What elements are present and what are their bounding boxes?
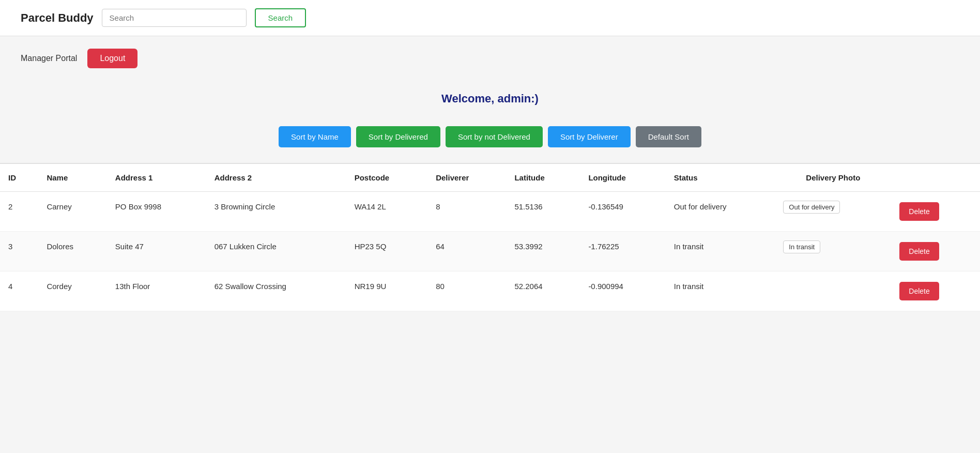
portal-label: Manager Portal [21,54,77,63]
cell-id: 3 [0,232,38,271]
cell-postcode: WA14 2L [346,192,427,232]
welcome-text: Welcome, admin:) [21,92,959,105]
search-button[interactable]: Search [255,8,307,27]
cell-delivery-photo: Out for delivery [775,192,891,232]
cell-deliverer: 64 [427,232,506,271]
col-postcode: Postcode [346,164,427,192]
cell-delete: Delete [891,271,980,311]
cell-delivery-photo: In transit [775,232,891,271]
cell-latitude: 53.3992 [506,232,580,271]
cell-name: Dolores [38,232,106,271]
delete-button[interactable]: Delete [899,202,939,221]
table-row: 4 Cordey 13th Floor 62 Swallow Crossing … [0,271,980,311]
cell-address1: Suite 47 [107,232,206,271]
col-address2: Address 2 [206,164,346,192]
cell-address2: 3 Browning Circle [206,192,346,232]
sort-by-not-delivered-button[interactable]: Sort by not Delivered [446,126,543,147]
delete-button[interactable]: Delete [899,282,939,300]
header: Parcel Buddy Search [0,0,980,36]
search-input[interactable] [102,9,247,27]
col-deliverer: Deliverer [427,164,506,192]
cell-address1: 13th Floor [107,271,206,311]
cell-latitude: 51.5136 [506,192,580,232]
sub-header: Manager Portal Logout [0,36,980,77]
logout-button[interactable]: Logout [87,49,137,68]
cell-postcode: NR19 9U [346,271,427,311]
cell-delete: Delete [891,192,980,232]
cell-longitude: -0.900994 [580,271,665,311]
cell-latitude: 52.2064 [506,271,580,311]
cell-delete: Delete [891,232,980,271]
sort-by-delivered-button[interactable]: Sort by Delivered [356,126,440,147]
col-longitude: Longitude [580,164,665,192]
sort-by-name-button[interactable]: Sort by Name [279,126,351,147]
col-delivery-photo: Delivery Photo [775,164,891,192]
photo-badge: Out for delivery [783,201,840,214]
col-id: ID [0,164,38,192]
cell-longitude: -1.76225 [580,232,665,271]
table-header-row: ID Name Address 1 Address 2 Postcode Del… [0,164,980,192]
cell-address2: 067 Lukken Circle [206,232,346,271]
cell-address1: PO Box 9998 [107,192,206,232]
cell-delivery-photo [775,271,891,311]
sort-section: Sort by Name Sort by Delivered Sort by n… [0,116,980,163]
app-title: Parcel Buddy [21,11,94,25]
cell-id: 2 [0,192,38,232]
cell-name: Carney [38,192,106,232]
col-latitude: Latitude [506,164,580,192]
col-actions [891,164,980,192]
cell-deliverer: 8 [427,192,506,232]
cell-address2: 62 Swallow Crossing [206,271,346,311]
cell-id: 4 [0,271,38,311]
welcome-section: Welcome, admin:) [0,77,980,116]
table-row: 2 Carney PO Box 9998 3 Browning Circle W… [0,192,980,232]
default-sort-button[interactable]: Default Sort [636,126,701,147]
table-container: ID Name Address 1 Address 2 Postcode Del… [0,163,980,311]
parcels-table: ID Name Address 1 Address 2 Postcode Del… [0,164,980,311]
table-row: 3 Dolores Suite 47 067 Lukken Circle HP2… [0,232,980,271]
sort-by-deliverer-button[interactable]: Sort by Deliverer [548,126,631,147]
col-address1: Address 1 [107,164,206,192]
col-name: Name [38,164,106,192]
cell-status: Out for delivery [666,192,775,232]
cell-deliverer: 80 [427,271,506,311]
cell-postcode: HP23 5Q [346,232,427,271]
photo-badge: In transit [783,240,820,253]
cell-name: Cordey [38,271,106,311]
cell-status: In transit [666,271,775,311]
cell-status: In transit [666,232,775,271]
delete-button[interactable]: Delete [899,242,939,261]
col-status: Status [666,164,775,192]
cell-longitude: -0.136549 [580,192,665,232]
